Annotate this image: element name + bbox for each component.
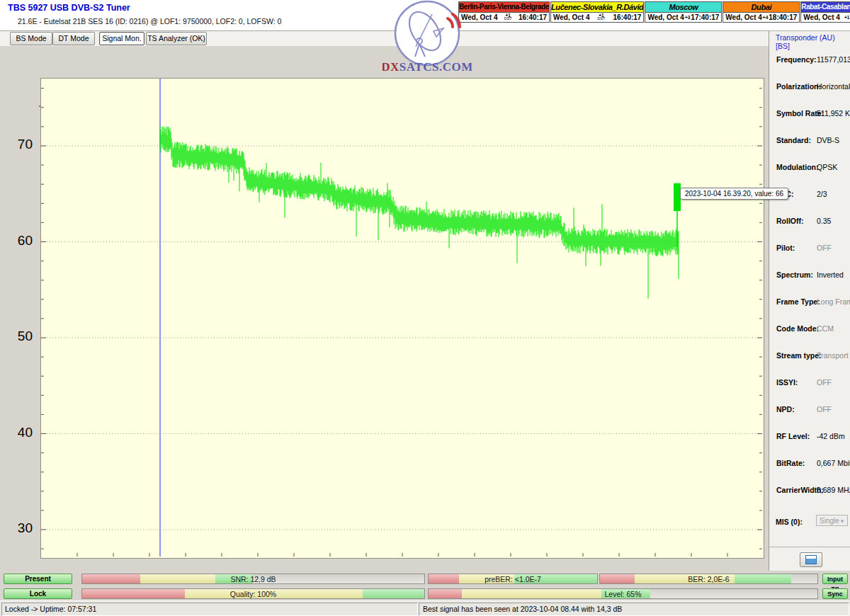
meter-text: BER: 2,0E-6 bbox=[600, 575, 817, 583]
logo-text-rest: SATCS.COM bbox=[400, 60, 472, 74]
transponder-row-label: Polarization: bbox=[776, 82, 821, 91]
clock-utc-offset: +1 bbox=[844, 16, 849, 19]
status-panel-left: Locked -> Uptime: 07:57:31 bbox=[1, 603, 418, 616]
meter-text: preBER: <1.0E-7 bbox=[429, 575, 597, 583]
transponder-row-label: ISSYI: bbox=[776, 378, 798, 387]
transponder-row-value: DVB-S bbox=[817, 136, 839, 144]
status-bar: Locked -> Uptime: 07:57:31 Best signal h… bbox=[0, 600, 850, 616]
transponder-row-label: RF Level: bbox=[776, 432, 810, 440]
transponder-panel: Transponder (AU) [BS] Frequency:11577,01… bbox=[769, 30, 850, 571]
clock-city-label: Dubai bbox=[723, 2, 799, 13]
transponder-row-value: Inverted bbox=[817, 270, 844, 279]
transponder-row-label: Modulation: bbox=[776, 163, 818, 171]
clock-city-label: Rabat-Casablanca-London bbox=[801, 2, 850, 13]
transponder-row-label: Frame Type: bbox=[776, 297, 820, 306]
world-clock: Rabat-Casablanca-LondonWed, Oct 4+115:40… bbox=[800, 1, 850, 23]
dxsatcs-logo: DXSATCS.COM bbox=[382, 0, 472, 75]
transponder-row-value: 0.35 bbox=[817, 217, 831, 225]
tab-ts-analyzer-ok[interactable]: TS Analyzer (OK) bbox=[146, 32, 207, 45]
sync-ts-button[interactable]: Sync TS bbox=[822, 588, 848, 599]
clock-time-row: Wed, Oct 4+317:40:17 bbox=[645, 13, 721, 23]
y-axis-label: 60 bbox=[6, 233, 33, 249]
clock-city-label: Berlin-Paris-Vienna-Belgrade bbox=[459, 2, 549, 13]
world-clock: DubaiWed, Oct 4+418:40:17 bbox=[722, 1, 800, 23]
lock-uptime-status: Locked -> Uptime: 07:57:31 bbox=[2, 603, 417, 615]
clock-timezone-offset: +4 bbox=[763, 16, 768, 19]
input-ts-button[interactable]: Input TS bbox=[822, 574, 848, 584]
best-signal-status: Best signal has been seen at 2023-10-04 … bbox=[419, 603, 849, 615]
tab-bs-mode[interactable]: BS Mode bbox=[10, 32, 52, 45]
clock-utc-offset: +3 bbox=[685, 16, 690, 19]
export-button[interactable] bbox=[800, 552, 822, 567]
tuner-app-window: TBS 5927 USB DVB-S2 Tuner 21.6E - Eutels… bbox=[0, 0, 850, 616]
level-meter: Level: 65% bbox=[428, 588, 818, 599]
satellite-dish-icon: DXSATCS.COM bbox=[382, 0, 472, 75]
transponder-row-label: Spectrum: bbox=[776, 270, 813, 279]
world-clock: Lučenec-Slovakia_R.DávidWed, Oct 4+1DST1… bbox=[550, 1, 644, 23]
y-axis-label: 70 bbox=[6, 137, 33, 152]
transponder-row-value: 511,952 KS/s bbox=[817, 109, 850, 118]
chevron-down-icon: ▼ bbox=[839, 516, 845, 527]
clock-time: 16:40:17 bbox=[518, 13, 547, 21]
clock-time-row: Wed, Oct 4+1DST16:40:17 bbox=[551, 13, 643, 23]
mis-dropdown[interactable]: Single ▼ bbox=[816, 515, 848, 526]
clock-dst-flag: DST bbox=[597, 17, 605, 21]
transponder-row-value: OFF bbox=[817, 405, 832, 413]
transponder-row-value: QPSK bbox=[817, 163, 837, 171]
clock-time-row: Wed, Oct 4+1DST16:40:17 bbox=[459, 13, 549, 23]
preber-meter: preBER: <1.0E-7 bbox=[428, 574, 598, 584]
clock-time-row: Wed, Oct 4+115:40:17 bbox=[801, 13, 850, 23]
transponder-row-label: RollOff: bbox=[776, 217, 804, 225]
signal-chart-plot[interactable] bbox=[40, 78, 764, 559]
svg-text:DXSATCS.COM: DXSATCS.COM bbox=[382, 60, 472, 74]
meter-text: SNR: 12,9 dB bbox=[82, 575, 424, 583]
transponder-row-value: 0,689 MHz bbox=[817, 486, 850, 494]
export-icon bbox=[805, 555, 817, 564]
clock-utc-offset: +4 bbox=[763, 16, 768, 19]
present-indicator-button[interactable]: Present bbox=[4, 574, 72, 584]
ber-meter: BER: 2,0E-6 bbox=[599, 574, 818, 584]
y-axis-label: 40 bbox=[6, 425, 33, 440]
page-title: TBS 5927 USB DVB-S2 Tuner bbox=[8, 3, 130, 13]
mis-label: MIS (0): bbox=[776, 518, 803, 526]
satellite-subtitle: 21.6E - Eutelsat 21B SES 16 (ID: 0216) @… bbox=[18, 17, 281, 25]
transponder-row-value: 0,667 Mbit/s bbox=[817, 459, 850, 467]
status-panel-right: Best signal has been seen at 2023-10-04 … bbox=[419, 603, 849, 616]
transponder-row-label: Stream type: bbox=[776, 351, 822, 360]
clock-date: Wed, Oct 4 bbox=[725, 13, 762, 21]
clock-date: Wed, Oct 4 bbox=[553, 13, 590, 21]
transponder-row-label: Pilot: bbox=[776, 244, 795, 252]
clock-time: 18:40:17 bbox=[769, 13, 797, 21]
panel-separator bbox=[769, 547, 850, 547]
transponder-row-value: Horizontal bbox=[817, 82, 850, 91]
world-clocks: Berlin-Paris-Vienna-BelgradeWed, Oct 4+1… bbox=[458, 1, 849, 23]
tab-dt-mode[interactable]: DT Mode bbox=[52, 32, 95, 45]
transponder-panel-title: Transponder (AU) [BS] bbox=[776, 33, 850, 50]
tab-signal-mon[interactable]: Signal Mon. bbox=[99, 32, 144, 45]
transponder-row-value: CCM bbox=[817, 324, 834, 333]
world-clock: MoscowWed, Oct 4+317:40:17 bbox=[645, 1, 722, 23]
mis-selected-value: Single bbox=[820, 517, 839, 525]
clock-city-label: Lučenec-Slovakia_R.Dávid bbox=[551, 2, 643, 13]
clock-timezone-offset: +3 bbox=[685, 16, 690, 19]
y-axis-label: 50 bbox=[6, 329, 33, 344]
clock-city-label: Moscow bbox=[645, 2, 721, 13]
transponder-row-label: Code Mode: bbox=[776, 324, 819, 333]
clock-date: Wed, Oct 4 bbox=[647, 13, 684, 21]
clock-time: 16:40:17 bbox=[613, 13, 641, 21]
clock-time-row: Wed, Oct 4+418:40:17 bbox=[723, 13, 799, 23]
meter-text: Level: 65% bbox=[429, 590, 817, 598]
meter-text: Quality: 100% bbox=[82, 590, 424, 598]
transponder-row-label: BitRate: bbox=[776, 459, 805, 467]
snr-meter: SNR: 12,9 dB bbox=[81, 574, 425, 584]
quality-meter: Quality: 100% bbox=[81, 588, 425, 599]
chart-tooltip: 2023-10-04 16.39.20, value: 66 bbox=[680, 188, 788, 200]
clock-timezone-offset: +1 bbox=[844, 16, 849, 19]
transponder-row-value: Long Frame bbox=[817, 297, 850, 306]
clock-date: Wed, Oct 4 bbox=[803, 13, 840, 21]
clock-time: 17:40:17 bbox=[691, 13, 719, 21]
transponder-row-label: Frequency: bbox=[776, 55, 817, 64]
transponder-row-value: 11577,013 MHz bbox=[817, 55, 850, 64]
logo-text-dx: DX bbox=[382, 60, 400, 74]
lock-indicator-button[interactable]: Lock bbox=[4, 588, 72, 599]
